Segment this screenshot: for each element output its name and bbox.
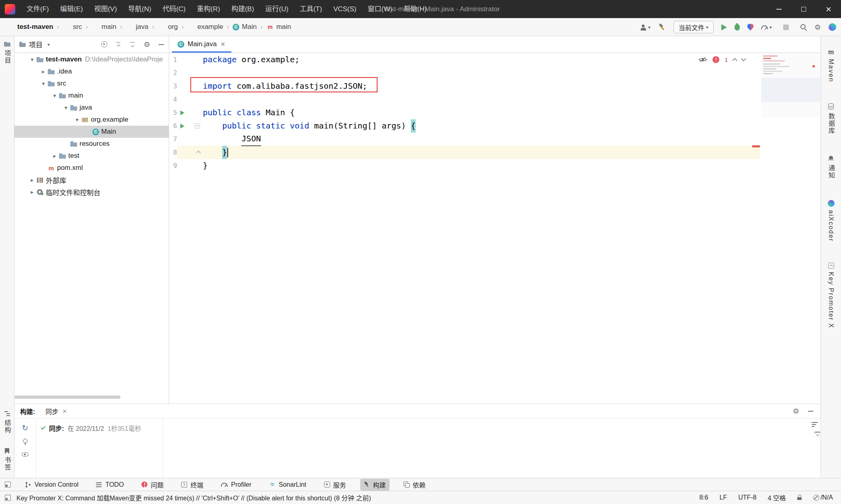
code-line[interactable]: 3 import com.alibaba.fastjson2.JSON;: [169, 80, 760, 93]
toolwindow-tab-right[interactable]: Maven: [827, 42, 835, 86]
menu-item[interactable]: 文件(F): [21, 0, 55, 18]
run-gutter-icon[interactable]: [180, 110, 184, 115]
fold-gutter-icon[interactable]: [188, 133, 203, 146]
inspections-widget[interactable]: ! 1: [698, 56, 745, 63]
view-options-eye-icon[interactable]: [22, 452, 29, 457]
code-line[interactable]: 2: [169, 66, 760, 80]
hide-panel-icon[interactable]: [159, 44, 164, 45]
stop-button[interactable]: [783, 24, 789, 30]
code-area[interactable]: 1 package org.example; 2 3: [169, 53, 760, 172]
toolwindow-tab-project[interactable]: 项目: [0, 38, 14, 68]
breadcrumb-item[interactable]: m main: [266, 23, 291, 31]
fold-gutter-icon[interactable]: [188, 53, 203, 66]
collapse-all-icon[interactable]: [130, 42, 135, 47]
run-gutter[interactable]: [177, 53, 188, 66]
locate-file-icon[interactable]: [101, 41, 107, 47]
tree-chevron-icon[interactable]: [28, 177, 36, 183]
breadcrumb-item[interactable]: test-maven: [7, 23, 63, 31]
menu-item[interactable]: 构建(B): [226, 0, 260, 18]
tree-chevron-icon[interactable]: [39, 80, 47, 87]
code-line[interactable]: 7 JSON: [169, 133, 760, 146]
tree-item[interactable]: main: [14, 90, 169, 102]
editor-body[interactable]: 1 package org.example; 2 3: [169, 53, 821, 403]
run-gutter[interactable]: [177, 106, 188, 119]
pin-icon[interactable]: [22, 439, 28, 445]
breadcrumb-item[interactable]: C Main: [233, 23, 266, 31]
minimap[interactable]: [761, 53, 820, 117]
menu-item[interactable]: 代码(C): [157, 0, 192, 18]
toolwindow-tab-right[interactable]: 通知: [826, 149, 836, 183]
tree-item[interactable]: resources: [14, 138, 169, 150]
expand-all-icon[interactable]: [116, 42, 121, 47]
panel-settings-gear-icon[interactable]: ⚙: [144, 41, 150, 48]
menu-item[interactable]: 工具(T): [294, 0, 328, 18]
error-stripe-mark[interactable]: [752, 145, 760, 147]
run-gutter[interactable]: [177, 119, 188, 133]
soft-wrap-icon[interactable]: [812, 422, 818, 427]
debug-button[interactable]: [735, 24, 740, 31]
menu-item[interactable]: 视图(V): [88, 0, 122, 18]
run-configuration-select[interactable]: 当前文件 ▾: [674, 21, 714, 33]
readonly-lock-icon[interactable]: [797, 495, 802, 500]
toolwindow-switcher-icon[interactable]: [5, 482, 11, 488]
breadcrumb-item[interactable]: org: [158, 23, 187, 31]
tab-close-icon[interactable]: [63, 409, 67, 413]
run-button[interactable]: [721, 24, 727, 31]
fold-gutter-icon[interactable]: [188, 119, 203, 133]
breadcrumb-item[interactable]: example: [187, 23, 233, 31]
editor-tab[interactable]: C Main.java: [172, 36, 231, 53]
menu-item[interactable]: 编辑(E): [55, 0, 89, 18]
run-gutter-icon[interactable]: [180, 124, 184, 129]
breadcrumb-item[interactable]: java: [126, 23, 158, 31]
fold-gutter-icon[interactable]: [188, 146, 203, 159]
status-switcher-icon[interactable]: [5, 495, 11, 501]
build-settings-gear-icon[interactable]: ⚙: [793, 408, 799, 415]
menu-item[interactable]: 运行(U): [260, 0, 294, 18]
bottom-tab[interactable]: Profiler: [217, 480, 255, 490]
sync-tab[interactable]: 同步: [45, 406, 67, 416]
fold-gutter-icon[interactable]: [188, 66, 203, 80]
coverage-button[interactable]: [747, 24, 753, 31]
tree-item[interactable]: 外部库: [14, 174, 169, 186]
next-problem-icon[interactable]: [741, 56, 746, 61]
code-line[interactable]: 9 }: [169, 159, 760, 172]
code-line[interactable]: 8 }: [169, 146, 760, 159]
fold-gutter-icon[interactable]: [188, 93, 203, 106]
toolwindow-tab-right[interactable]: Key Promoter X: [827, 256, 835, 332]
code-line[interactable]: 4: [169, 93, 760, 106]
bottom-tab[interactable]: TODO: [92, 480, 127, 490]
bottom-tab[interactable]: SonarLint: [265, 480, 310, 490]
run-gutter[interactable]: [177, 159, 188, 172]
toolwindow-tab-structure[interactable]: 结构: [0, 407, 14, 437]
tree-chevron-icon[interactable]: [73, 116, 81, 123]
bottom-tab[interactable]: 服务: [320, 479, 350, 491]
minimize-button[interactable]: [766, 0, 791, 18]
toolwindow-tab-right[interactable]: aiXcoder: [827, 193, 835, 245]
hide-build-panel-icon[interactable]: [808, 411, 813, 412]
file-encoding[interactable]: UTF-8: [738, 494, 756, 501]
code-line[interactable]: 5 public class Main {: [169, 106, 760, 119]
profile-menu-button[interactable]: ▾: [640, 24, 651, 31]
bottom-tab[interactable]: 终端: [178, 479, 207, 491]
caret-position[interactable]: 8:6: [699, 494, 708, 501]
tree-chevron-icon[interactable]: [39, 68, 47, 75]
tree-item[interactable]: org.example: [14, 114, 169, 126]
code-line[interactable]: 1 package org.example;: [169, 53, 760, 66]
profiler-button[interactable]: ▾: [761, 24, 772, 30]
maximize-button[interactable]: [791, 0, 816, 18]
menu-item[interactable]: VCS(S): [328, 0, 362, 18]
tree-item[interactable]: src: [14, 78, 169, 90]
fold-gutter-icon[interactable]: [188, 106, 203, 119]
rerun-sync-icon[interactable]: ↻: [22, 424, 29, 432]
run-gutter[interactable]: [177, 146, 188, 159]
tab-close-icon[interactable]: [220, 42, 225, 46]
fold-gutter-icon[interactable]: [188, 159, 203, 172]
highlight-level-eye-icon[interactable]: [698, 57, 707, 63]
close-button[interactable]: [816, 0, 841, 18]
bottom-tab[interactable]: 构建: [360, 479, 390, 491]
line-separator[interactable]: LF: [720, 494, 727, 501]
tree-item[interactable]: C Main: [14, 126, 169, 138]
indent-style[interactable]: 4 空格: [768, 493, 786, 502]
horizontal-scrollbar[interactable]: [14, 396, 120, 399]
tree-item[interactable]: .idea: [14, 65, 169, 78]
